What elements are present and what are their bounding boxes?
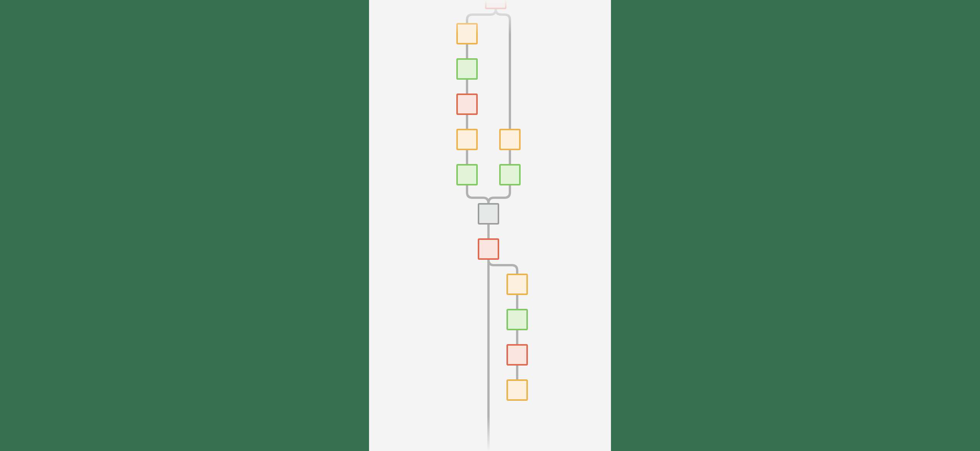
graph-node-n2[interactable] (456, 58, 478, 80)
edges-layer (369, 0, 611, 451)
graph-node-n0[interactable] (485, 0, 506, 9)
graph-node-n3[interactable] (456, 93, 478, 115)
graph-node-n11[interactable] (506, 309, 528, 330)
graph-node-n7[interactable] (499, 164, 521, 185)
graph-node-n1[interactable] (456, 23, 478, 44)
graph-node-n12[interactable] (506, 344, 528, 366)
graph-node-n6[interactable] (499, 129, 521, 150)
graph-node-n8[interactable] (478, 203, 499, 225)
graph-node-n5[interactable] (456, 164, 478, 185)
graph-node-n4[interactable] (456, 129, 478, 150)
diagram-panel (369, 0, 611, 451)
graph-node-n13[interactable] (506, 379, 528, 401)
graph-node-n10[interactable] (506, 274, 528, 295)
graph-node-n9[interactable] (478, 238, 499, 260)
